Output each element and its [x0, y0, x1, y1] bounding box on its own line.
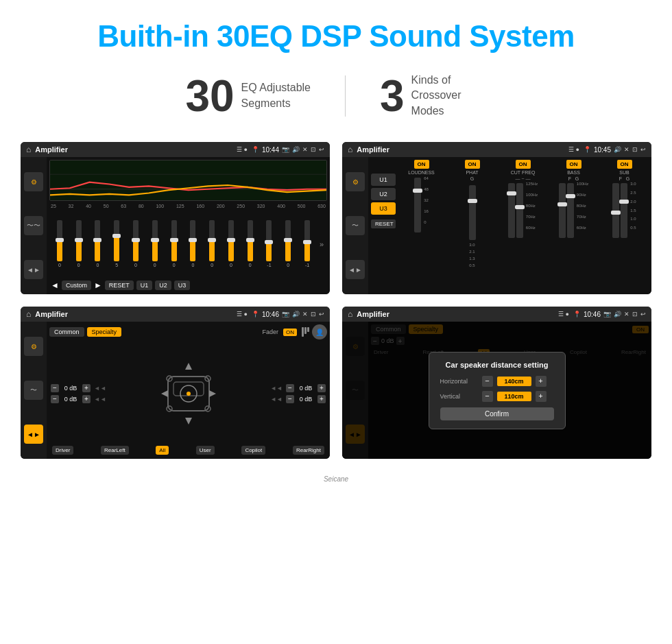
eq-slider-11[interactable]: -1	[261, 220, 278, 267]
horizontal-plus-btn[interactable]: +	[536, 376, 547, 387]
all-btn[interactable]: All	[156, 446, 169, 455]
eq-speaker-btn[interactable]: ◄►	[24, 260, 43, 279]
u1-btn[interactable]: U1	[136, 281, 153, 290]
svg-marker-9	[185, 418, 192, 425]
horizontal-minus-btn[interactable]: −	[482, 376, 493, 387]
sub-on-btn[interactable]: ON	[617, 160, 632, 169]
sub-slider-1[interactable]	[612, 183, 619, 238]
back-icon-4[interactable]: ↩	[640, 311, 646, 318]
u2-btn[interactable]: U2	[155, 281, 171, 290]
next-btn[interactable]: ►	[94, 281, 102, 290]
eq-slider-2[interactable]: 0	[89, 220, 107, 267]
cutfreq-slider-2[interactable]	[516, 183, 523, 238]
loudness-slider-1[interactable]	[414, 178, 421, 232]
status-bar-1: ⌂ Amplifier ☰ ● 📍 10:44 📷 🔊 ✕ ⊡ ↩	[21, 142, 330, 157]
horizontal-value: 140cm	[497, 377, 531, 386]
sub-slider-2[interactable]	[621, 183, 627, 238]
watermark: Seicane	[0, 473, 672, 486]
time-3: 10:46	[262, 311, 279, 318]
u2-preset-btn[interactable]: U2	[371, 188, 396, 200]
eq-slider-12[interactable]: 0	[279, 220, 297, 267]
vertical-plus-btn[interactable]: +	[536, 391, 547, 402]
spk-speaker-btn[interactable]: ◄►	[24, 425, 43, 444]
eq-sliders[interactable]: 0 0 0 5 0	[49, 210, 327, 278]
prev-btn[interactable]: ◄	[51, 281, 59, 290]
vol-plus-fr[interactable]: +	[317, 384, 326, 392]
loudness-on-btn[interactable]: ON	[414, 160, 429, 169]
close-icon-1: ✕	[302, 146, 308, 153]
eq-wave-btn[interactable]: 〜〜	[24, 216, 43, 235]
home-icon-2[interactable]: ⌂	[348, 145, 352, 154]
eq-slider-6[interactable]: 0	[165, 220, 183, 267]
vol-plus-rl[interactable]: +	[82, 395, 91, 403]
eq-slider-3[interactable]: 5	[108, 220, 125, 267]
expand-arrows[interactable]: »	[317, 240, 326, 248]
screen-icon-1: ⊡	[311, 146, 316, 153]
user-btn[interactable]: User	[196, 446, 215, 455]
vertical-minus-btn[interactable]: −	[482, 391, 493, 402]
eq-slider-0[interactable]: 0	[51, 220, 69, 267]
right-controls: ◄◄ − 0 dB + ◄◄ − 0 dB +	[270, 384, 326, 403]
bass-slider-2[interactable]	[567, 183, 574, 238]
custom-btn[interactable]: Custom	[62, 281, 91, 290]
specialty-btn[interactable]: Specialty	[87, 327, 122, 337]
reset-btn[interactable]: RESET	[105, 281, 134, 290]
common-btn[interactable]: Common	[49, 327, 84, 337]
speaker-sidebar: ⚙ 〜 ◄►	[21, 322, 47, 459]
eq-slider-5[interactable]: 0	[146, 220, 164, 267]
back-icon-3[interactable]: ↩	[319, 311, 324, 318]
distance-panel: ⚙ 〜 ◄► Common Specialty ON − 0 dB +	[342, 322, 651, 459]
eq-slider-1[interactable]: 0	[70, 220, 88, 267]
eq-slider-4[interactable]: 0	[127, 220, 145, 267]
cross-settings-btn[interactable]: ⚙	[346, 172, 365, 191]
bass-on-btn[interactable]: ON	[566, 160, 581, 169]
home-icon-4[interactable]: ⌂	[348, 309, 352, 319]
cross-speaker-btn[interactable]: ◄►	[346, 260, 365, 279]
spk-wave-btn[interactable]: 〜	[24, 381, 43, 400]
vol-minus-rr[interactable]: −	[286, 395, 294, 403]
user-icon[interactable]: 👤	[312, 324, 327, 339]
u1-preset-btn[interactable]: U1	[371, 174, 396, 186]
confirm-button[interactable]: Confirm	[440, 407, 554, 420]
vol-plus-rr[interactable]: +	[317, 395, 326, 403]
eq-slider-9[interactable]: 0	[222, 220, 240, 267]
eq-slider-7[interactable]: 0	[184, 220, 202, 267]
driver-btn[interactable]: Driver	[52, 446, 73, 455]
cutfreq-on-btn[interactable]: ON	[516, 160, 531, 169]
phat-on-btn[interactable]: ON	[465, 160, 480, 169]
eq-settings-btn[interactable]: ⚙	[24, 172, 43, 191]
svg-point-7	[187, 392, 191, 396]
back-icon-2[interactable]: ↩	[640, 146, 646, 153]
home-icon-1[interactable]: ⌂	[26, 145, 31, 154]
speaker-panel: ⚙ 〜 ◄► Common Specialty Fader ON 👤	[21, 322, 330, 459]
band-phat: ON PHAT G 3.02.11.30.5	[448, 160, 496, 291]
app-title-3: Amplifier	[35, 310, 232, 318]
phat-slider-1[interactable]	[469, 185, 476, 240]
vol-minus-fr[interactable]: −	[286, 384, 294, 392]
band-sub: ON SUB F G 3.02.52.01.51.00.5	[600, 160, 649, 291]
copilot-btn[interactable]: Copilot	[241, 446, 265, 455]
eq-slider-10[interactable]: 0	[241, 220, 259, 267]
cutfreq-freq: 125Hz100Hz80Hz70Hz60Hz	[526, 182, 538, 230]
rearright-btn[interactable]: RearRight	[293, 446, 324, 455]
volume-icon-3: 🔊	[292, 311, 300, 318]
vol-minus-fl[interactable]: −	[51, 384, 59, 392]
rearleft-btn[interactable]: RearLeft	[101, 446, 129, 455]
home-icon-3[interactable]: ⌂	[26, 309, 31, 319]
u3-preset-btn[interactable]: U3	[371, 202, 396, 215]
fader-on[interactable]: ON	[283, 329, 297, 336]
stat-eq: 30 EQ AdjustableSegments	[151, 74, 345, 118]
spk-settings-btn[interactable]: ⚙	[24, 337, 43, 356]
vol-plus-fl[interactable]: +	[82, 384, 91, 392]
vol-minus-rl[interactable]: −	[51, 395, 59, 403]
cross-wave-btn[interactable]: 〜	[346, 216, 365, 235]
bass-slider-1[interactable]	[559, 183, 566, 238]
eq-slider-8[interactable]: 0	[203, 220, 221, 267]
crossover-reset-btn[interactable]: RESET	[371, 219, 396, 228]
eq-slider-13[interactable]: -1	[298, 220, 316, 267]
u3-btn[interactable]: U3	[174, 281, 191, 290]
cutfreq-slider-1[interactable]	[508, 183, 515, 238]
status-icons-3: 📍 10:46 📷 🔊 ✕ ⊡ ↩	[252, 311, 324, 318]
back-icon-1[interactable]: ↩	[319, 146, 324, 153]
dialog-overlay: Car speaker distance setting Horizontal …	[342, 322, 651, 459]
